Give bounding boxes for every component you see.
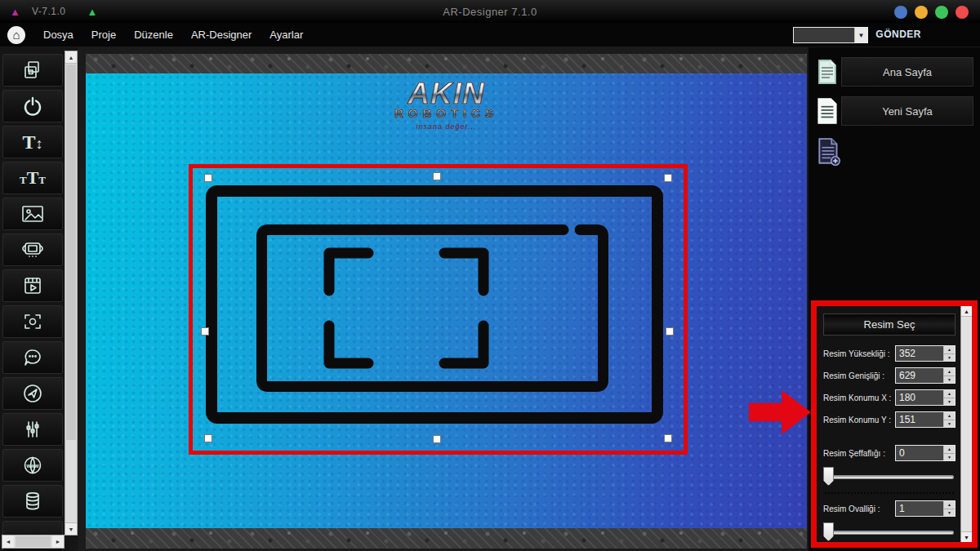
- web-tool-button[interactable]: www: [2, 449, 63, 482]
- text-height-icon: T↕: [22, 131, 42, 153]
- resize-handle-top-middle[interactable]: [433, 172, 441, 180]
- resize-handle-middle-left[interactable]: [201, 327, 209, 335]
- video-icon: [22, 275, 43, 296]
- props-content: Resim Seç Resim Yüksekliği : ▲▼ Resim Ge…: [817, 306, 960, 542]
- chevron-down-icon[interactable]: ▼: [854, 28, 867, 42]
- menu-ayarlar[interactable]: Ayarlar: [270, 29, 303, 41]
- scrollbar-thumb[interactable]: [66, 64, 76, 440]
- font-style-tool-button[interactable]: TTT: [2, 162, 63, 194]
- resize-handle-bottom-middle[interactable]: [433, 435, 441, 443]
- scrollbar-thumb[interactable]: [16, 536, 51, 547]
- resize-handle-top-right[interactable]: [664, 174, 672, 182]
- image-icon: [21, 204, 44, 224]
- sidebar-vertical-scrollbar[interactable]: ▲ ▼: [65, 51, 78, 535]
- pos-x-spinner: ▲▼: [895, 389, 956, 406]
- video-tool-button[interactable]: [2, 269, 63, 302]
- spin-up-icon[interactable]: ▲: [944, 390, 955, 398]
- spin-down-icon[interactable]: ▼: [944, 509, 955, 517]
- sidebar-horizontal-scrollbar[interactable]: ◄ ►: [2, 535, 65, 549]
- field-label: Resim Ovalliği :: [823, 504, 880, 513]
- window-dot-green[interactable]: [935, 6, 948, 19]
- home-button[interactable]: ⌂: [7, 26, 25, 44]
- scroll-down-icon[interactable]: ▼: [65, 522, 77, 535]
- height-input[interactable]: [896, 346, 943, 361]
- scroll-down-icon[interactable]: ▼: [961, 531, 972, 542]
- resize-handle-top-left[interactable]: [204, 174, 212, 182]
- scroll-left-icon[interactable]: ◄: [2, 535, 14, 548]
- add-page-icon[interactable]: [817, 137, 841, 167]
- spin-up-icon[interactable]: ▲: [944, 446, 955, 454]
- spin-up-icon[interactable]: ▲: [944, 412, 955, 420]
- slider-track[interactable]: [825, 475, 954, 479]
- menu-duzenle[interactable]: Düzenle: [134, 29, 173, 41]
- window-dot-yellow[interactable]: [915, 6, 928, 19]
- power-icon: [22, 96, 43, 117]
- spin-down-icon[interactable]: ▼: [944, 420, 955, 428]
- design-canvas[interactable]: AKIN ROBOTICS insana değer...: [78, 47, 808, 551]
- menu-proje[interactable]: Proje: [91, 29, 116, 41]
- props-vertical-scrollbar[interactable]: ▲ ▼: [960, 306, 972, 542]
- image-tool-button[interactable]: [2, 198, 63, 230]
- spin-up-icon[interactable]: ▲: [944, 368, 955, 376]
- roundness-input[interactable]: [896, 501, 943, 516]
- send-arrow-icon: [22, 383, 43, 404]
- field-label: Resim Konumu Y :: [823, 415, 891, 424]
- spin-down-icon[interactable]: ▼: [944, 454, 955, 461]
- window-dot-red[interactable]: [956, 6, 969, 19]
- scroll-up-icon[interactable]: ▲: [961, 306, 972, 317]
- grunge-border-top: [86, 54, 807, 73]
- tool-list: T↕ TTT: [2, 54, 63, 551]
- pos-y-input[interactable]: [896, 412, 943, 427]
- spin-up-icon[interactable]: ▲: [944, 501, 955, 509]
- spin-up-icon[interactable]: ▲: [944, 346, 955, 354]
- database-tool-button[interactable]: [2, 485, 63, 518]
- slider-track[interactable]: [825, 531, 954, 535]
- resize-handle-bottom-right[interactable]: [664, 434, 672, 442]
- target-select-value: [794, 28, 854, 42]
- equalizer-tool-button[interactable]: [2, 413, 63, 446]
- menu-dosya[interactable]: Dosya: [43, 29, 74, 41]
- opacity-input[interactable]: [896, 446, 943, 460]
- width-spinner: ▲▼: [895, 367, 956, 384]
- scroll-up-icon[interactable]: ▲: [65, 51, 77, 64]
- device-camera-tool-button[interactable]: [2, 233, 63, 266]
- power-tool-button[interactable]: [2, 90, 63, 122]
- roundness-slider[interactable]: [823, 522, 956, 542]
- field-row-opacity: Resim Şeffaflığı : ▲▼: [823, 445, 956, 461]
- gonder-button[interactable]: GÖNDER: [875, 29, 921, 40]
- page-icon: [815, 58, 840, 86]
- resize-handle-bottom-left[interactable]: [204, 434, 212, 442]
- width-input[interactable]: [896, 368, 943, 383]
- yeni-sayfa-button[interactable]: Yeni Sayfa: [841, 96, 973, 126]
- menu-ar-designer[interactable]: AR-Designer: [191, 29, 252, 41]
- scroll-right-icon[interactable]: ►: [52, 535, 64, 548]
- text-height-tool-button[interactable]: T↕: [2, 126, 63, 158]
- akin-robotics-logo: AKIN ROBOTICS insana değer...: [86, 80, 807, 131]
- spin-down-icon[interactable]: ▼: [944, 354, 955, 362]
- opacity-slider[interactable]: [823, 467, 956, 487]
- window-dot-blue[interactable]: [894, 6, 907, 19]
- duplicate-icon: [22, 60, 43, 81]
- target-select[interactable]: ▼: [793, 27, 868, 43]
- send-tool-button[interactable]: [2, 377, 63, 410]
- pos-x-input[interactable]: [896, 390, 943, 405]
- resim-sec-button[interactable]: Resim Seç: [823, 313, 956, 335]
- spin-down-icon[interactable]: ▼: [944, 398, 955, 406]
- ana-sayfa-button[interactable]: Ana Sayfa: [841, 57, 973, 87]
- web-globe-icon: www: [22, 455, 43, 476]
- field-label: Resim Konumu X :: [823, 393, 891, 402]
- field-row-roundness: Resim Ovalliği : ▲▼: [823, 500, 956, 517]
- capture-frame-tool-button[interactable]: [2, 305, 63, 338]
- page-icon: [815, 97, 840, 125]
- duplicate-tool-button[interactable]: [2, 54, 63, 87]
- resize-handle-middle-right[interactable]: [666, 327, 674, 335]
- slider-thumb[interactable]: [823, 467, 834, 486]
- device-camera-icon: [20, 240, 45, 260]
- slider-thumb[interactable]: [823, 522, 834, 541]
- spin-down-icon[interactable]: ▼: [944, 376, 955, 384]
- selected-image-frame-graphic[interactable]: [205, 184, 664, 424]
- app-window: ▲ V-7.1.0 ▲ AR-Designer 7.1.0 ⌂ Dosya Pr…: [0, 0, 980, 551]
- logo-subtitle: ROBOTICS: [86, 107, 807, 119]
- chat-tool-button[interactable]: [2, 341, 63, 374]
- menu-bar: ⌂ Dosya Proje Düzenle AR-Designer Ayarla…: [0, 23, 980, 47]
